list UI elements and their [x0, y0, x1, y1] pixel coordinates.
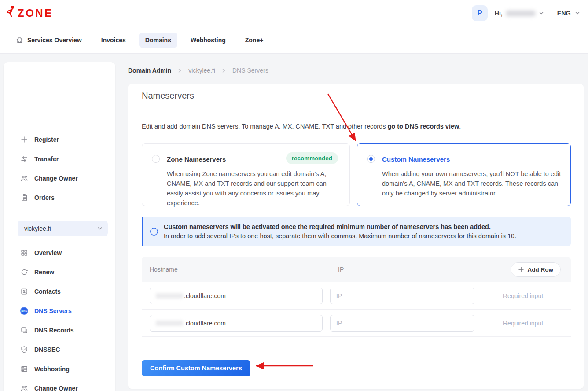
breadcrumb: Domain Admin vickylee.fi DNS Servers [128, 67, 268, 74]
sidebar-item-register[interactable]: Register [4, 130, 115, 149]
info-icon [150, 227, 158, 236]
hostname-input-1[interactable]: .cloudflare.com [150, 288, 323, 304]
nav-label: Services Overview [27, 37, 82, 44]
sidebar-item-label: Webhosting [34, 365, 70, 373]
sidebar-item-label: Transfer [34, 155, 59, 162]
chevron-right-icon [177, 68, 182, 73]
confirm-custom-nameservers-button[interactable]: Confirm Custom Nameservers [142, 360, 250, 376]
info-banner-line1: Custom nameservers will be activated onc… [164, 222, 516, 232]
ip-input-1[interactable] [330, 288, 474, 304]
card-footer-divider [128, 348, 584, 348]
user-menu-chevron-down-icon[interactable] [539, 11, 544, 16]
custom-nameservers-description: When adding your own nameservers, you'll… [382, 169, 566, 198]
page: ZONE P Hi, ENG Services Overview Invoice… [0, 0, 588, 391]
domain-select[interactable]: vickylee.fi [18, 221, 108, 236]
sidebar-item-dns-records[interactable]: DNS Records [4, 321, 115, 340]
dns-records-view-link[interactable]: go to DNS records view [388, 123, 459, 130]
plus-icon [20, 136, 28, 144]
table-row: .cloudflare.com Required input [142, 282, 571, 310]
clipboard-icon [20, 194, 28, 202]
nav-label: Zone+ [245, 37, 264, 44]
nav-zone-plus[interactable]: Zone+ [239, 33, 270, 48]
chevron-right-icon [221, 68, 226, 73]
option-zone-nameservers[interactable]: Zone Nameservers recommended When using … [142, 143, 350, 206]
add-row-button[interactable]: Add Row [511, 262, 561, 277]
nav-label: Domains [145, 37, 171, 44]
sidebar-item-transfer[interactable]: Transfer [4, 149, 115, 169]
language-chevron-down-icon[interactable] [575, 11, 580, 16]
home-icon [16, 36, 23, 44]
svg-text:ZONE: ZONE [18, 7, 53, 19]
avatar[interactable]: P [472, 5, 488, 21]
domain-select-value: vickylee.fi [24, 225, 97, 232]
shield-check-icon [20, 346, 28, 354]
hostname-suffix: .cloudflare.com [184, 292, 226, 299]
sidebar-item-orders[interactable]: Orders [4, 188, 115, 207]
redacted-hostname-prefix [156, 293, 183, 299]
language-selector[interactable]: ENG [557, 10, 571, 17]
sidebar-item-overview[interactable]: Overview [4, 243, 115, 262]
sidebar-divider [14, 213, 105, 213]
sidebar-item-label: Change Owner [34, 385, 78, 391]
sidebar-item-label: DNS Servers [34, 307, 72, 314]
sidebar-item-label: Overview [34, 249, 62, 256]
zone-logo-icon[interactable]: ZONE [6, 5, 59, 22]
custom-nameservers-radio[interactable] [367, 155, 375, 163]
option-custom-nameservers[interactable]: Custom Nameservers When adding your own … [357, 143, 571, 206]
sidebar-item-label: DNS Records [34, 327, 74, 334]
nav-label: Invoices [101, 37, 126, 44]
sidebar-item-dnssec[interactable]: DNSSEC [4, 340, 115, 359]
users-icon [20, 174, 28, 182]
users-icon [20, 384, 28, 391]
page-title: Nameservers [142, 91, 194, 101]
breadcrumb-domain-admin[interactable]: Domain Admin [128, 67, 171, 74]
card-header: Nameservers [128, 84, 584, 108]
sidebar: Register Transfer Change Owner Orders vi… [4, 62, 115, 391]
hostname-input-2[interactable]: .cloudflare.com [150, 315, 323, 332]
top-header: ZONE P Hi, ENG [0, 0, 588, 26]
redacted-hostname-prefix [156, 321, 183, 326]
info-banner: Custom nameservers will be activated onc… [142, 217, 571, 246]
table-row: .cloudflare.com Required input [142, 310, 571, 337]
sidebar-item-change-owner-2[interactable]: Change Owner [4, 379, 115, 391]
sidebar-item-label: Contacts [34, 288, 61, 295]
intro-period: . [459, 123, 461, 130]
zone-nameservers-description: When using Zone nameservers you can edit… [167, 169, 341, 208]
sidebar-item-change-owner[interactable]: Change Owner [4, 169, 115, 188]
nav-services-overview[interactable]: Services Overview [10, 32, 88, 48]
add-row-label: Add Row [528, 266, 554, 273]
intro-text: Edit and add domain DNS servers. To mana… [142, 123, 461, 130]
dns-globe-icon: DNS [20, 307, 28, 315]
intro-text-plain: Edit and add domain DNS servers. To mana… [142, 123, 388, 130]
recommended-badge: recommended [286, 152, 338, 164]
nav-invoices[interactable]: Invoices [95, 33, 132, 48]
nav-webhosting[interactable]: Webhosting [184, 33, 232, 48]
sidebar-item-contacts[interactable]: Contacts [4, 282, 115, 301]
sidebar-item-label: Register [34, 136, 59, 143]
nav-domains[interactable]: Domains [139, 33, 177, 48]
nameservers-card: Nameservers Edit and add domain DNS serv… [128, 84, 584, 389]
server-icon [20, 365, 28, 373]
contact-card-icon [20, 288, 28, 295]
sidebar-item-webhosting[interactable]: Webhosting [4, 359, 115, 379]
required-input-note: Required input [503, 310, 543, 337]
greeting-label[interactable]: Hi, [495, 10, 503, 17]
plus-icon [518, 266, 524, 273]
sidebar-item-renew[interactable]: Renew [4, 262, 115, 282]
sidebar-item-label: Renew [34, 269, 54, 276]
nav-label: Webhosting [191, 37, 226, 44]
sidebar-item-label: Orders [34, 194, 55, 201]
redacted-username [506, 11, 535, 16]
custom-nameservers-title: Custom Nameservers [382, 155, 450, 163]
main-nav: Services Overview Invoices Domains Webho… [0, 26, 588, 54]
grid-icon [20, 249, 28, 257]
zone-nameservers-radio[interactable] [152, 155, 160, 163]
required-input-note: Required input [503, 282, 543, 310]
breadcrumb-domain[interactable]: vickylee.fi [188, 67, 215, 74]
zone-nameservers-title: Zone Nameservers [167, 155, 226, 163]
transfer-arrows-icon [20, 155, 28, 163]
table-header: Hostname IP Add Row [142, 257, 571, 282]
sidebar-item-dns-servers[interactable]: DNS DNS Servers [4, 301, 115, 321]
ip-input-2[interactable] [330, 315, 474, 332]
column-header-ip: IP [338, 257, 344, 282]
